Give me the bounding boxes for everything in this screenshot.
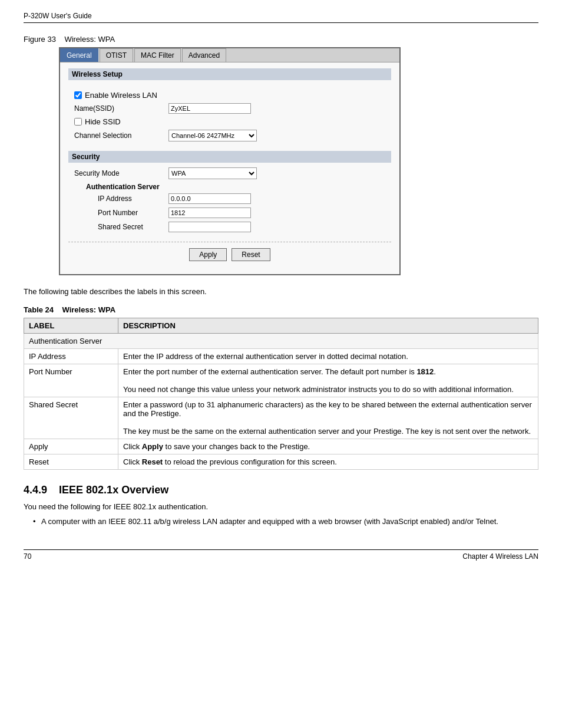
wireless-setup-header: Wireless Setup: [68, 68, 391, 80]
security-header: Security: [68, 151, 391, 163]
row-label-ip: IP Address: [24, 349, 118, 364]
reset-button[interactable]: Reset: [232, 248, 270, 261]
tab-mac-filter[interactable]: MAC Filter: [134, 48, 181, 62]
port-number-label: Port Number: [74, 209, 168, 217]
shared-secret-label: Shared Secret: [74, 223, 168, 231]
row-label-shared: Shared Secret: [24, 397, 118, 439]
shared-desc2: The key must be the same on the external…: [123, 427, 531, 436]
ip-address-label: IP Address: [74, 195, 168, 203]
section-intro: You need the following for IEEE 802.1x a…: [24, 502, 538, 511]
apply-button[interactable]: Apply: [189, 248, 227, 261]
apply-desc1: Click: [123, 442, 142, 451]
tab-advanced[interactable]: Advanced: [182, 48, 226, 62]
hide-ssid-row: Hide SSID: [68, 117, 391, 126]
row-desc-apply: Click Apply to save your changes back to…: [118, 439, 538, 454]
ip-address-input[interactable]: [168, 193, 251, 204]
apply-bold1: Apply: [142, 442, 163, 451]
row-label-reset: Reset: [24, 454, 118, 470]
name-ssid-label: Name(SSID): [74, 104, 168, 113]
col-description: DESCRIPTION: [118, 318, 538, 334]
shared-secret-row: Shared Secret: [68, 222, 391, 232]
tab-general[interactable]: General: [60, 48, 98, 62]
table-row: Reset Click Reset to reload the previous…: [24, 454, 538, 470]
table-title: Wireless: WPA: [62, 305, 116, 314]
header-left: P-320W User's Guide: [24, 12, 92, 20]
enable-wireless-label: Enable Wireless LAN: [85, 91, 157, 100]
shared-secret-input[interactable]: [168, 222, 251, 232]
row-desc-ip: Enter the IP address of the external aut…: [118, 349, 538, 364]
wpa-table: LABEL DESCRIPTION Authentication Server …: [24, 318, 538, 470]
row-desc-reset: Click Reset to reload the previous confi…: [118, 454, 538, 470]
col-label: LABEL: [24, 318, 118, 334]
port-desc1: Enter the port number of the external au…: [123, 367, 416, 376]
row-desc-shared: Enter a password (up to 31 alphanumeric …: [118, 397, 538, 439]
security-mode-label: Security Mode: [74, 169, 168, 177]
channel-label: Channel Selection: [74, 131, 168, 140]
figure-number: Figure 33: [24, 35, 56, 44]
page-header: P-320W User's Guide: [24, 12, 538, 23]
port-bold1: 1812: [416, 367, 434, 376]
footer-left: 70: [24, 552, 31, 561]
apply-desc1-end: to save your changes back to the Prestig…: [163, 442, 310, 451]
port-number-input[interactable]: [168, 207, 251, 218]
enable-wireless-checkbox[interactable]: [74, 91, 82, 99]
hide-ssid-label: Hide SSID: [85, 117, 121, 126]
table-row: Port Number Enter the port number of the…: [24, 364, 538, 397]
security-mode-row: Security Mode WPA: [68, 167, 391, 179]
name-ssid-input[interactable]: [168, 103, 251, 114]
figure-title: Wireless: WPA: [64, 35, 115, 44]
footer-right: Chapter 4 Wireless LAN: [462, 552, 538, 561]
router-body: Wireless Setup Enable Wireless LAN Name(…: [60, 62, 399, 274]
table-row: Shared Secret Enter a password (up to 31…: [24, 397, 538, 439]
bullet-item-1: A computer with an IEEE 802.11 a/b/g wir…: [41, 517, 538, 526]
page-footer: 70 Chapter 4 Wireless LAN: [24, 549, 538, 561]
section-number: 4.4.9: [24, 484, 47, 496]
shared-desc1: Enter a password (up to 31 alphanumeric …: [123, 400, 532, 418]
section-title: IEEE 802.1x Overview: [59, 484, 168, 496]
ip-address-row: IP Address: [68, 193, 391, 204]
table-caption: Table 24 Wireless: WPA: [24, 305, 538, 314]
table-row: IP Address Enter the IP address of the e…: [24, 349, 538, 364]
reset-desc1-end: to reload the previous configuration for…: [163, 457, 337, 466]
channel-row: Channel Selection Channel-06 2427MHz: [68, 130, 391, 141]
row-desc-port: Enter the port number of the external au…: [118, 364, 538, 397]
table-row: Apply Click Apply to save your changes b…: [24, 439, 538, 454]
port-desc1-end: .: [434, 367, 436, 376]
row-label-apply: Apply: [24, 439, 118, 454]
name-ssid-row: Name(SSID): [68, 103, 391, 114]
router-ui-screenshot: General OTIST MAC Filter Advanced Wirele…: [59, 47, 401, 275]
table-header-row: LABEL DESCRIPTION: [24, 318, 538, 334]
section-heading: 4.4.9 IEEE 802.1x Overview: [24, 484, 538, 496]
router-buttons: Apply Reset: [68, 242, 391, 268]
channel-select[interactable]: Channel-06 2427MHz: [168, 130, 257, 141]
router-tabs: General OTIST MAC Filter Advanced: [60, 48, 399, 62]
port-desc2: You need not change this value unless yo…: [123, 385, 514, 394]
reset-bold1: Reset: [142, 457, 163, 466]
intro-text: The following table describes the labels…: [24, 287, 538, 296]
row-label-port: Port Number: [24, 364, 118, 397]
auth-server-group-cell: Authentication Server: [24, 334, 538, 349]
port-number-row: Port Number: [68, 207, 391, 218]
auth-server-group-row: Authentication Server: [24, 334, 538, 349]
auth-server-subheader: Authentication Server: [68, 183, 391, 191]
figure-caption: Figure 33 Wireless: WPA: [24, 35, 538, 44]
reset-desc1: Click: [123, 457, 142, 466]
tab-otist[interactable]: OTIST: [100, 48, 133, 62]
table-number: Table 24: [24, 305, 54, 314]
security-mode-select[interactable]: WPA: [168, 167, 257, 179]
hide-ssid-checkbox[interactable]: [74, 118, 82, 126]
enable-wireless-row: Enable Wireless LAN: [68, 91, 391, 100]
